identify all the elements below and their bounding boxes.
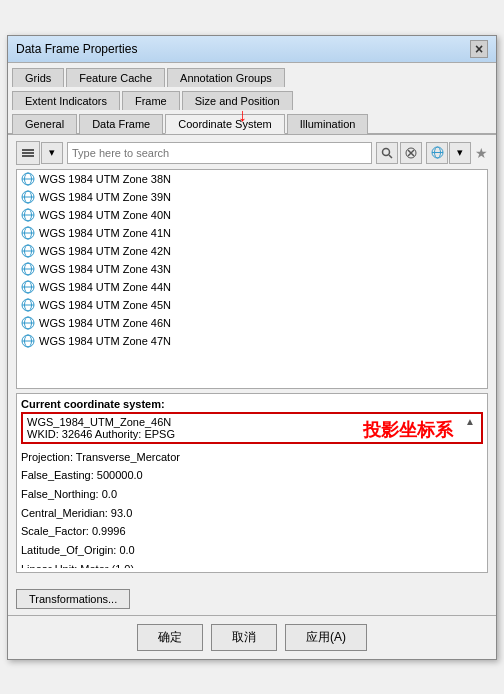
globe-button[interactable]	[426, 142, 448, 164]
current-coord-header: Current coordinate system:	[21, 398, 483, 410]
list-item-label: WGS 1984 UTM Zone 44N	[39, 281, 171, 293]
tab-illumination[interactable]: Illumination	[287, 114, 369, 134]
tabs-row-3: General Data Frame Coordinate System Ill…	[8, 109, 496, 133]
tab-general[interactable]: General	[12, 114, 77, 134]
globe-list-icon	[21, 244, 35, 258]
globe-dropdown: ▾	[426, 142, 471, 164]
coordinate-list-items: WGS 1984 UTM Zone 38N WGS 1984 UTM Zone …	[17, 170, 487, 350]
tab-coordinate-system[interactable]: Coordinate System	[165, 114, 285, 134]
list-item-label: WGS 1984 UTM Zone 40N	[39, 209, 171, 221]
favorites-button[interactable]: ★	[475, 145, 488, 161]
coord-detail-line: False_Northing: 0.0	[21, 485, 483, 504]
tab-data-frame[interactable]: Data Frame	[79, 114, 163, 134]
transformations-row: Transformations...	[16, 581, 488, 609]
tabs-row-1: Grids Feature Cache Annotation Groups	[8, 63, 496, 86]
scroll-up-btn[interactable]: ▲	[463, 416, 477, 427]
transformations-button[interactable]: Transformations...	[16, 589, 130, 609]
coord-name: WGS_1984_UTM_Zone_46N	[27, 416, 175, 428]
tab-annotation-groups[interactable]: Annotation Groups	[167, 68, 285, 87]
list-item-label: WGS 1984 UTM Zone 38N	[39, 173, 171, 185]
tabs-container: Grids Feature Cache Annotation Groups Ex…	[8, 63, 496, 135]
list-item[interactable]: WGS 1984 UTM Zone 47N	[17, 332, 487, 350]
coord-detail-line: False_Easting: 500000.0	[21, 466, 483, 485]
svg-rect-0	[22, 149, 34, 151]
globe-list-icon	[21, 298, 35, 312]
list-item[interactable]: WGS 1984 UTM Zone 45N	[17, 296, 487, 314]
tab-feature-cache[interactable]: Feature Cache	[66, 68, 165, 87]
globe-list-icon	[21, 226, 35, 240]
coord-detail-line: Latitude_Of_Origin: 0.0	[21, 541, 483, 560]
toolbar-row: ▾	[16, 141, 488, 165]
tab-size-and-position[interactable]: Size and Position	[182, 91, 293, 110]
coord-detail-line: Central_Meridian: 93.0	[21, 504, 483, 523]
coord-detail-line: Scale_Factor: 0.9996	[21, 522, 483, 541]
tabs-row-3-wrapper: General Data Frame Coordinate System Ill…	[8, 109, 496, 133]
tab-extent-indicators[interactable]: Extent Indicators	[12, 91, 120, 110]
tab-grids[interactable]: Grids	[12, 68, 64, 87]
list-item[interactable]: WGS 1984 UTM Zone 46N	[17, 314, 487, 332]
list-item[interactable]: WGS 1984 UTM Zone 42N	[17, 242, 487, 260]
globe-dropdown-arrow[interactable]: ▾	[449, 142, 471, 164]
globe-list-icon	[21, 316, 35, 330]
list-item[interactable]: WGS 1984 UTM Zone 41N	[17, 224, 487, 242]
layers-icon	[21, 146, 35, 160]
tabs-row-2: Extent Indicators Frame Size and Positio…	[8, 86, 496, 109]
title-bar: Data Frame Properties ×	[8, 36, 496, 63]
globe-list-icon	[21, 208, 35, 222]
list-item-label: WGS 1984 UTM Zone 46N	[39, 317, 171, 329]
search-buttons	[376, 142, 422, 164]
list-item-label: WGS 1984 UTM Zone 47N	[39, 335, 171, 347]
main-window: Data Frame Properties × Grids Feature Ca…	[7, 35, 497, 660]
list-item[interactable]: WGS 1984 UTM Zone 38N	[17, 170, 487, 188]
apply-button[interactable]: 应用(A)	[285, 624, 367, 651]
globe-list-icon	[21, 262, 35, 276]
globe-list-icon	[21, 172, 35, 186]
list-item-label: WGS 1984 UTM Zone 43N	[39, 263, 171, 275]
content-area: ▾	[8, 135, 496, 615]
list-item[interactable]: WGS 1984 UTM Zone 39N	[17, 188, 487, 206]
list-item[interactable]: WGS 1984 UTM Zone 44N	[17, 278, 487, 296]
current-coord-container: Current coordinate system: WGS_1984_UTM_…	[16, 393, 488, 573]
toolbar-dropdown-arrow[interactable]: ▾	[41, 142, 63, 164]
toolbar-icon-group: ▾	[16, 141, 63, 165]
list-item-label: WGS 1984 UTM Zone 39N	[39, 191, 171, 203]
list-item-label: WGS 1984 UTM Zone 45N	[39, 299, 171, 311]
tab-frame[interactable]: Frame	[122, 91, 180, 110]
svg-rect-2	[22, 155, 34, 157]
magnifier-icon	[381, 147, 393, 159]
coordinate-list[interactable]: WGS 1984 UTM Zone 38N WGS 1984 UTM Zone …	[16, 169, 488, 389]
globe-list-icon	[21, 190, 35, 204]
list-item-label: WGS 1984 UTM Zone 41N	[39, 227, 171, 239]
search-input[interactable]	[67, 142, 372, 164]
list-item[interactable]: WGS 1984 UTM Zone 43N	[17, 260, 487, 278]
svg-point-3	[383, 148, 390, 155]
list-item-label: WGS 1984 UTM Zone 42N	[39, 245, 171, 257]
clear-icon	[405, 147, 417, 159]
bottom-buttons: 确定 取消 应用(A)	[8, 615, 496, 659]
search-go-button[interactable]	[376, 142, 398, 164]
coord-details: Projection: Transverse_MercatorFalse_Eas…	[21, 448, 483, 568]
toolbar-icon-btn[interactable]	[16, 141, 40, 165]
coord-wkid: WKID: 32646 Authority: EPSG	[27, 428, 175, 440]
close-button[interactable]: ×	[470, 40, 488, 58]
search-clear-button[interactable]	[400, 142, 422, 164]
globe-list-icon	[21, 280, 35, 294]
coord-detail-line: Linear Unit: Meter (1.0)	[21, 560, 483, 568]
svg-rect-1	[22, 152, 34, 154]
globe-list-icon	[21, 334, 35, 348]
ok-button[interactable]: 确定	[137, 624, 203, 651]
svg-line-4	[389, 155, 392, 158]
window-title: Data Frame Properties	[16, 42, 137, 56]
chinese-projection-label: 投影坐标系	[363, 418, 453, 442]
globe-icon	[431, 146, 444, 159]
list-item[interactable]: WGS 1984 UTM Zone 40N	[17, 206, 487, 224]
cancel-button[interactable]: 取消	[211, 624, 277, 651]
coord-detail-line: Projection: Transverse_Mercator	[21, 448, 483, 467]
